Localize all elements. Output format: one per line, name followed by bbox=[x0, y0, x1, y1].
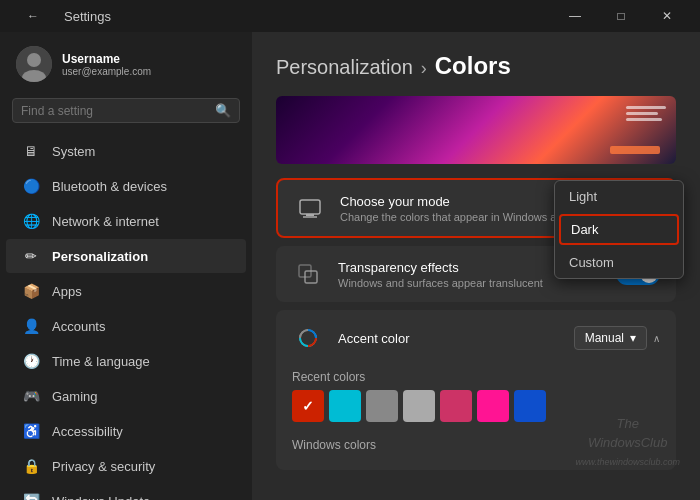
sidebar-label-personalization: Personalization bbox=[52, 249, 148, 264]
titlebar-left: ← Settings bbox=[10, 0, 111, 32]
network-icon: 🌐 bbox=[22, 212, 40, 230]
recent-colors-section: Recent colors bbox=[276, 366, 676, 434]
swatch-6[interactable] bbox=[514, 390, 546, 422]
swatch-3[interactable] bbox=[403, 390, 435, 422]
sidebar-item-apps[interactable]: 📦 Apps bbox=[6, 274, 246, 308]
app-title: Settings bbox=[64, 9, 111, 24]
accent-header: Accent color Manual ▾ ∧ bbox=[276, 310, 676, 366]
accent-right: Manual ▾ ∧ bbox=[574, 326, 660, 350]
minimize-button[interactable]: — bbox=[552, 0, 598, 32]
sidebar: Username user@example.com 🔍 🖥 System 🔵 B… bbox=[0, 32, 252, 500]
system-icon: 🖥 bbox=[22, 142, 40, 160]
sidebar-item-privacy[interactable]: 🔒 Privacy & security bbox=[6, 449, 246, 483]
sidebar-label-system: System bbox=[52, 144, 95, 159]
titlebar: ← Settings — □ ✕ bbox=[0, 0, 700, 32]
sidebar-item-network[interactable]: 🌐 Network & internet bbox=[6, 204, 246, 238]
accent-card: Accent color Manual ▾ ∧ Recent colors bbox=[276, 310, 676, 470]
sidebar-item-bluetooth[interactable]: 🔵 Bluetooth & devices bbox=[6, 169, 246, 203]
svg-rect-4 bbox=[306, 214, 314, 216]
sidebar-label-time: Time & language bbox=[52, 354, 150, 369]
time-icon: 🕐 bbox=[22, 352, 40, 370]
mode-option-dark[interactable]: Dark bbox=[559, 214, 679, 245]
breadcrumb-chevron: › bbox=[421, 58, 427, 79]
accent-dropdown[interactable]: Manual ▾ bbox=[574, 326, 647, 350]
accounts-icon: 👤 bbox=[22, 317, 40, 335]
accent-title: Accent color bbox=[338, 331, 410, 346]
user-name: Username bbox=[62, 52, 151, 66]
sidebar-label-apps: Apps bbox=[52, 284, 82, 299]
avatar bbox=[16, 46, 52, 82]
sidebar-item-update[interactable]: 🔄 Windows Update bbox=[6, 484, 246, 500]
sidebar-item-accounts[interactable]: 👤 Accounts bbox=[6, 309, 246, 343]
chevron-up-icon[interactable]: ∧ bbox=[653, 333, 660, 344]
sidebar-label-network: Network & internet bbox=[52, 214, 159, 229]
back-button[interactable]: ← bbox=[10, 0, 56, 32]
search-input[interactable] bbox=[21, 104, 209, 118]
sidebar-item-time[interactable]: 🕐 Time & language bbox=[6, 344, 246, 378]
windows-colors-label: Windows colors bbox=[292, 438, 660, 452]
sidebar-label-accessibility: Accessibility bbox=[52, 424, 123, 439]
gaming-icon: 🎮 bbox=[22, 387, 40, 405]
chevron-down-icon: ▾ bbox=[630, 331, 636, 345]
update-icon: 🔄 bbox=[22, 492, 40, 500]
mode-option-light[interactable]: Light bbox=[555, 181, 683, 212]
windows-colors-section: Windows colors bbox=[276, 434, 676, 470]
transparency-card-title: Transparency effects bbox=[338, 260, 566, 275]
personalization-icon: ✏ bbox=[22, 247, 40, 265]
sidebar-item-personalization[interactable]: ✏ Personalization bbox=[6, 239, 246, 273]
bluetooth-icon: 🔵 bbox=[22, 177, 40, 195]
swatch-2[interactable] bbox=[366, 390, 398, 422]
search-icon: 🔍 bbox=[215, 103, 231, 118]
mode-dropdown[interactable]: Light Dark Custom bbox=[554, 180, 684, 279]
sidebar-label-bluetooth: Bluetooth & devices bbox=[52, 179, 167, 194]
sidebar-nav: 🖥 System 🔵 Bluetooth & devices 🌐 Network… bbox=[0, 133, 252, 500]
sidebar-label-privacy: Privacy & security bbox=[52, 459, 155, 474]
accent-icon bbox=[292, 322, 324, 354]
accent-dropdown-label: Manual bbox=[585, 331, 624, 345]
search-box[interactable]: 🔍 bbox=[12, 98, 240, 123]
breadcrumb-parent: Personalization bbox=[276, 56, 413, 79]
mode-option-custom[interactable]: Custom bbox=[555, 247, 683, 278]
svg-rect-3 bbox=[300, 200, 320, 214]
page-header: Personalization › Colors bbox=[276, 52, 676, 80]
sidebar-label-accounts: Accounts bbox=[52, 319, 105, 334]
maximize-button[interactable]: □ bbox=[598, 0, 644, 32]
sidebar-item-gaming[interactable]: 🎮 Gaming bbox=[6, 379, 246, 413]
close-button[interactable]: ✕ bbox=[644, 0, 690, 32]
sidebar-item-accessibility[interactable]: ♿ Accessibility bbox=[6, 414, 246, 448]
user-info: Username user@example.com bbox=[62, 52, 151, 77]
svg-point-1 bbox=[27, 53, 41, 67]
recent-colors-label: Recent colors bbox=[292, 370, 660, 384]
sidebar-label-update: Windows Update bbox=[52, 494, 150, 501]
mode-card[interactable]: Choose your mode Change the colors that … bbox=[276, 178, 676, 238]
content-area: Personalization › Colors bbox=[252, 32, 700, 500]
apps-icon: 📦 bbox=[22, 282, 40, 300]
wallpaper-lines bbox=[626, 106, 666, 121]
user-profile[interactable]: Username user@example.com bbox=[0, 32, 252, 92]
transparency-card-desc: Windows and surfaces appear translucent bbox=[338, 277, 566, 289]
accessibility-icon: ♿ bbox=[22, 422, 40, 440]
wallpaper-preview bbox=[276, 96, 676, 164]
swatch-5[interactable] bbox=[477, 390, 509, 422]
transparency-card-text: Transparency effects Windows and surface… bbox=[338, 260, 566, 289]
page-title: Colors bbox=[435, 52, 511, 80]
mode-card-row: Choose your mode Change the colors that … bbox=[278, 180, 674, 236]
mode-icon bbox=[294, 192, 326, 224]
swatch-4[interactable] bbox=[440, 390, 472, 422]
sidebar-item-system[interactable]: 🖥 System bbox=[6, 134, 246, 168]
sidebar-label-gaming: Gaming bbox=[52, 389, 98, 404]
privacy-icon: 🔒 bbox=[22, 457, 40, 475]
recent-swatches-row bbox=[292, 390, 660, 422]
titlebar-controls: — □ ✕ bbox=[552, 0, 690, 32]
transparency-icon bbox=[292, 258, 324, 290]
user-email: user@example.com bbox=[62, 66, 151, 77]
app-body: Username user@example.com 🔍 🖥 System 🔵 B… bbox=[0, 32, 700, 500]
swatch-1[interactable] bbox=[329, 390, 361, 422]
swatch-0[interactable] bbox=[292, 390, 324, 422]
